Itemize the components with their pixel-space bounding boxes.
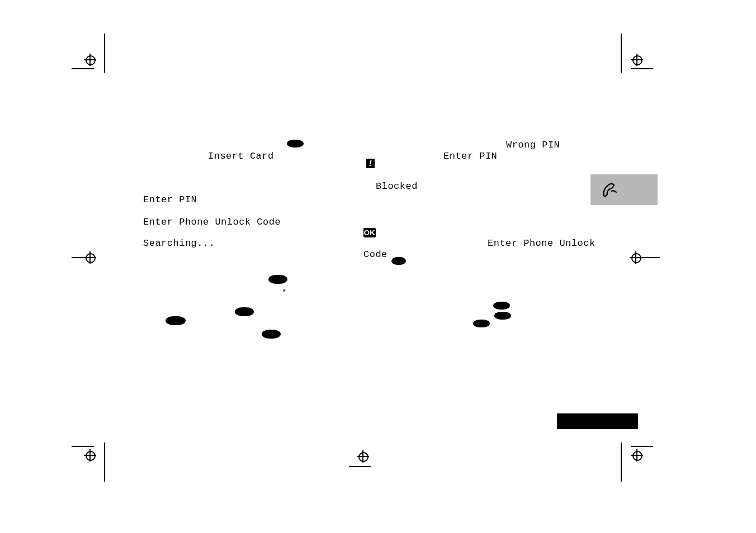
crop-mark-mid-right <box>627 246 661 268</box>
ink-blob <box>262 330 281 339</box>
ink-blob <box>493 302 510 310</box>
ink-blob <box>494 312 511 320</box>
section-tab <box>590 174 658 205</box>
label-enter-unlock-right: Enter Phone Unlock <box>488 238 596 249</box>
label-enter-unlock-left: Enter Phone Unlock Code <box>143 217 281 227</box>
page-marker-bar <box>557 413 638 429</box>
label-enter-pin-left: Enter PIN <box>143 194 197 205</box>
crop-mark-top-left <box>72 34 105 78</box>
crop-mark-bottom-center <box>352 447 386 469</box>
alert-icon: ! <box>366 159 375 168</box>
ink-blob <box>166 316 186 325</box>
ink-blob <box>287 140 304 147</box>
ink-blob <box>268 275 287 284</box>
asterisk-icon: * <box>282 288 287 297</box>
label-insert-card: Insert Card <box>208 151 274 161</box>
label-enter-pin-right: Enter PIN <box>443 151 497 161</box>
ink-blob <box>473 320 490 327</box>
label-wrong-pin: Wrong PIN <box>506 140 560 150</box>
crop-mark-mid-left <box>72 246 105 268</box>
label-code: Code <box>363 249 388 260</box>
label-blocked: Blocked <box>376 181 418 192</box>
crop-mark-top-right <box>621 34 654 78</box>
label-searching: Searching... <box>143 238 215 249</box>
crop-mark-bottom-left <box>72 437 105 482</box>
crop-mark-bottom-right <box>621 437 654 482</box>
ink-blob <box>391 257 406 265</box>
ok-icon: OK <box>363 228 376 237</box>
phone-icon <box>601 181 620 199</box>
ink-blob <box>235 307 254 316</box>
